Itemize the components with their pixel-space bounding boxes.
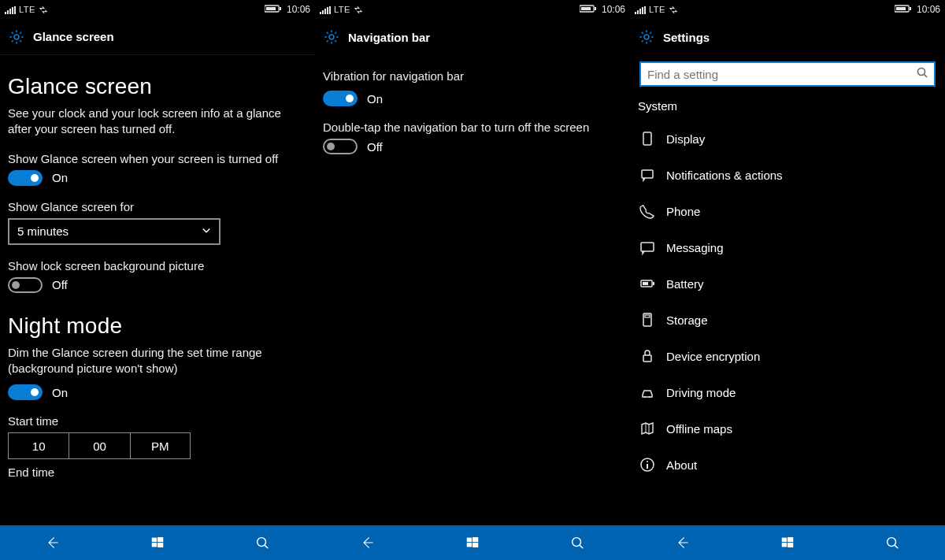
list-item-label: Device encryption — [666, 350, 760, 363]
page-header: Glance screen — [0, 19, 315, 55]
double-tap-toggle[interactable] — [323, 139, 358, 154]
search-icon — [917, 67, 928, 81]
network-label: LTE — [649, 5, 665, 14]
storage-icon — [639, 312, 655, 328]
chevron-down-icon — [202, 224, 211, 238]
start-minute[interactable]: 00 — [69, 432, 129, 459]
pane-settings: LTE 10:06 Settings System — [630, 0, 945, 525]
start-time-picker[interactable]: 10 00 PM — [8, 432, 191, 459]
gear-icon — [638, 28, 655, 46]
battery-icon — [580, 4, 597, 16]
show-glance-state: On — [52, 171, 68, 184]
list-item-about[interactable]: About — [636, 447, 939, 483]
lock-icon — [639, 348, 655, 364]
vibration-state: On — [367, 92, 383, 106]
night-description: Dim the Glance screen during the set tim… — [8, 345, 307, 377]
display-icon — [639, 131, 655, 146]
vibration-toggle[interactable] — [323, 91, 358, 106]
battery-icon — [265, 4, 282, 16]
list-item-device-encryption[interactable]: Device encryption — [636, 338, 939, 374]
show-glance-label: Show Glance screen when your screen is t… — [8, 152, 307, 165]
search-input[interactable] — [647, 68, 917, 81]
page-description: See your clock and your lock screen info… — [8, 106, 307, 138]
start-time-label: Start time — [8, 414, 307, 428]
search-button[interactable] — [869, 525, 916, 560]
clock-label: 10:06 — [917, 4, 940, 15]
page-header: Navigation bar — [315, 19, 630, 55]
search-box[interactable] — [639, 61, 936, 87]
settings-list: Display Notifications & actions Phone Me… — [636, 121, 939, 483]
list-item-display[interactable]: Display — [636, 121, 939, 157]
duration-dropdown[interactable]: 5 minutes — [8, 218, 220, 245]
network-label: LTE — [334, 5, 350, 14]
vibration-label: Vibration for navigation bar — [323, 69, 622, 83]
pane-glance: LTE 10:06 Glance screen Glance screen Se… — [0, 0, 315, 525]
list-item-label: About — [666, 458, 697, 472]
list-item-driving-mode[interactable]: Driving mode — [636, 374, 939, 410]
night-toggle[interactable] — [8, 384, 43, 400]
end-time-label: End time — [8, 465, 307, 479]
list-item-storage[interactable]: Storage — [636, 302, 939, 338]
list-item-label: Display — [666, 132, 705, 146]
double-tap-state: Off — [367, 140, 383, 154]
header-title: Settings — [663, 31, 710, 44]
battery-icon — [639, 276, 655, 291]
notifications-icon — [639, 167, 655, 183]
duration-value: 5 minutes — [17, 224, 69, 238]
start-button[interactable] — [449, 525, 496, 560]
data-transfer-icon — [39, 5, 48, 14]
back-button[interactable] — [344, 525, 391, 560]
signal-icon — [635, 6, 646, 13]
messaging-icon — [639, 239, 655, 255]
list-item-label: Storage — [666, 313, 708, 327]
night-state: On — [52, 386, 68, 399]
list-item-label: Driving mode — [666, 386, 736, 399]
status-bar: LTE 10:06 — [315, 0, 630, 19]
duration-label: Show Glance screen for — [8, 200, 307, 213]
clock-label: 10:06 — [287, 4, 310, 15]
list-item-label: Messaging — [666, 241, 724, 254]
list-item-label: Phone — [666, 205, 700, 218]
start-button[interactable] — [764, 525, 811, 560]
start-button[interactable] — [134, 525, 181, 560]
status-bar: LTE 10:06 — [0, 0, 315, 19]
search-button[interactable] — [554, 525, 601, 560]
lock-bg-toggle[interactable] — [8, 277, 43, 293]
category-label: System — [636, 95, 939, 121]
data-transfer-icon — [669, 5, 678, 14]
battery-icon — [895, 4, 912, 16]
car-icon — [639, 384, 655, 400]
gear-icon — [323, 28, 340, 46]
header-title: Navigation bar — [348, 31, 430, 44]
status-bar: LTE 10:06 — [630, 0, 945, 19]
soft-nav-bar — [0, 525, 945, 560]
signal-icon — [5, 6, 16, 13]
page-header: Settings — [630, 19, 945, 55]
gear-icon — [8, 28, 25, 46]
section-night-title: Night mode — [8, 313, 307, 339]
search-button[interactable] — [239, 525, 286, 560]
start-period[interactable]: PM — [130, 432, 191, 459]
list-item-battery[interactable]: Battery — [636, 265, 939, 302]
data-transfer-icon — [354, 5, 363, 14]
info-icon — [639, 457, 655, 473]
list-item-messaging[interactable]: Messaging — [636, 229, 939, 265]
map-icon — [639, 421, 655, 436]
list-item-offline-maps[interactable]: Offline maps — [636, 410, 939, 447]
list-item-label: Notifications & actions — [666, 169, 783, 182]
list-item-notifications[interactable]: Notifications & actions — [636, 157, 939, 193]
page-title: Glance screen — [8, 74, 307, 99]
header-title: Glance screen — [33, 30, 114, 43]
network-label: LTE — [19, 5, 35, 14]
back-button[interactable] — [659, 525, 706, 560]
list-item-label: Offline maps — [666, 422, 732, 436]
pane-navigation-bar: LTE 10:06 Navigation bar Vibration for n… — [315, 0, 630, 525]
signal-icon — [320, 6, 331, 13]
back-button[interactable] — [29, 525, 76, 560]
list-item-label: Battery — [666, 277, 704, 291]
phone-icon — [639, 203, 655, 219]
show-glance-toggle[interactable] — [8, 170, 43, 186]
list-item-phone[interactable]: Phone — [636, 193, 939, 229]
start-hour[interactable]: 10 — [8, 432, 69, 459]
clock-label: 10:06 — [602, 4, 625, 15]
